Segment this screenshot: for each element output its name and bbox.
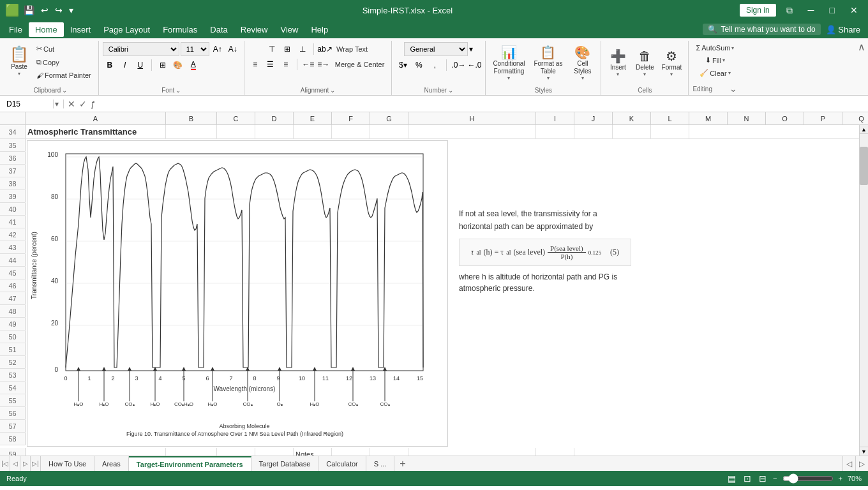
col-header-m[interactable]: M	[689, 112, 728, 124]
percent-button[interactable]: %	[412, 58, 426, 72]
cell-f34[interactable]	[332, 125, 370, 138]
vertical-scrollbar[interactable]: ▲ ▼	[859, 125, 868, 456]
redo-button[interactable]: ↪	[53, 4, 64, 16]
normal-view-button[interactable]: ▤	[726, 473, 737, 484]
col-header-q[interactable]: Q	[842, 112, 868, 124]
formula-input[interactable]	[100, 96, 868, 112]
cell-c34[interactable]	[217, 125, 255, 138]
cell-i59[interactable]	[536, 448, 574, 456]
menu-formulas[interactable]: Formulas	[156, 22, 204, 37]
menu-review[interactable]: Review	[234, 22, 274, 37]
zoom-slider[interactable]	[782, 473, 834, 484]
cut-button[interactable]: ✂ Cut	[33, 43, 94, 55]
format-cells-button[interactable]: ⚙ Format ▾	[659, 43, 684, 83]
clear-button[interactable]: 🧹 Clear ▾	[696, 67, 733, 79]
cell-h59[interactable]	[408, 448, 536, 456]
col-header-l[interactable]: L	[651, 112, 689, 124]
cell-i34[interactable]	[536, 125, 574, 138]
menu-data[interactable]: Data	[204, 22, 234, 37]
align-right-button[interactable]: ≡	[279, 57, 293, 71]
page-break-view-button[interactable]: ⊟	[758, 473, 768, 484]
font-size-increase-button[interactable]: A↑	[211, 42, 225, 56]
add-sheet-button[interactable]: +	[394, 456, 410, 471]
decimal-increase-button[interactable]: .0→	[451, 58, 465, 72]
col-header-c[interactable]: C	[217, 112, 255, 124]
align-center-button[interactable]: ☰	[264, 57, 278, 71]
tab-target-environment-parameters[interactable]: Target-Environment Parameters	[129, 456, 251, 471]
col-header-n[interactable]: N	[728, 112, 766, 124]
col-header-k[interactable]: K	[613, 112, 651, 124]
col-header-d[interactable]: D	[255, 112, 294, 124]
merge-center-button[interactable]: Merge & Center	[332, 57, 388, 71]
cell-d34[interactable]	[255, 125, 294, 138]
ribbon-search[interactable]: 🔍 Tell me what you want to do	[703, 24, 821, 35]
cell-d59[interactable]	[255, 448, 294, 456]
menu-insert[interactable]: Insert	[64, 22, 98, 37]
tab-next-button[interactable]: ▷	[20, 456, 31, 471]
cell-k34[interactable]	[613, 125, 651, 138]
cell-l34[interactable]	[651, 125, 689, 138]
delete-cells-button[interactable]: 🗑 Delete ▾	[632, 43, 657, 83]
copy-button[interactable]: ⧉ Copy	[33, 56, 94, 68]
align-bottom-button[interactable]: ⊥	[296, 42, 310, 56]
align-middle-button[interactable]: ⊞	[280, 42, 294, 56]
fill-color-button[interactable]: 🎨	[171, 58, 185, 72]
font-color-button[interactable]: A	[186, 58, 200, 72]
col-header-h[interactable]: H	[408, 112, 536, 124]
paste-button[interactable]: 📋 Paste ▾	[6, 42, 32, 82]
cell-b34[interactable]	[166, 125, 217, 138]
cell-g34[interactable]	[370, 125, 408, 138]
menu-view[interactable]: View	[274, 22, 304, 37]
cancel-formula-button[interactable]: ✕	[66, 99, 77, 109]
tab-calculator[interactable]: Calculator	[318, 456, 366, 471]
minimize-button[interactable]: ─	[803, 4, 819, 17]
indent-decrease-button[interactable]: ←≡	[301, 57, 315, 71]
number-format-dropdown[interactable]: ▾	[469, 45, 473, 54]
tab-areas[interactable]: Areas	[94, 456, 129, 471]
align-top-button[interactable]: ⊤	[265, 42, 279, 56]
conditional-formatting-button[interactable]: 📊 Conditional Formatting ▾	[490, 43, 528, 83]
col-header-i[interactable]: I	[536, 112, 574, 124]
currency-button[interactable]: $▾	[396, 58, 410, 72]
tab-s-more[interactable]: S ...	[366, 456, 395, 471]
cell-e34[interactable]	[294, 125, 332, 138]
quick-access-dropdown[interactable]: ▾	[67, 4, 75, 16]
col-header-a[interactable]: A	[26, 112, 166, 124]
comma-button[interactable]: ,	[428, 58, 442, 72]
font-expand-icon[interactable]: ⌄	[176, 87, 181, 94]
cell-e59[interactable]: Notes	[294, 448, 332, 456]
tab-scroll-left[interactable]: ◁	[842, 456, 855, 471]
col-header-b[interactable]: B	[166, 112, 217, 124]
format-as-table-button[interactable]: 📋 Format as Table ▾	[530, 43, 565, 83]
page-layout-view-button[interactable]: ⊡	[742, 473, 752, 484]
col-header-p[interactable]: P	[804, 112, 842, 124]
underline-button[interactable]: U	[133, 58, 147, 72]
format-painter-button[interactable]: 🖌 Format Painter	[33, 70, 94, 81]
wrap-text-button[interactable]: Wrap Text	[333, 42, 371, 56]
font-size-decrease-button[interactable]: A↓	[226, 42, 240, 56]
font-family-select[interactable]: Calibri	[103, 42, 179, 56]
col-header-e[interactable]: E	[294, 112, 332, 124]
tab-last-button[interactable]: ▷|	[31, 456, 41, 471]
indent-increase-button[interactable]: ≡→	[317, 57, 331, 71]
insert-function-button[interactable]: ƒ	[89, 99, 97, 109]
insert-cells-button[interactable]: ➕ Insert ▾	[605, 43, 631, 83]
col-header-f[interactable]: F	[332, 112, 370, 124]
cell-j34[interactable]	[574, 125, 613, 138]
confirm-formula-button[interactable]: ✓	[78, 99, 88, 109]
undo-button[interactable]: ↩	[39, 4, 50, 16]
scroll-down-button[interactable]: ▼	[860, 447, 868, 456]
cell-f59[interactable]	[332, 448, 370, 456]
menu-home[interactable]: Home	[29, 22, 64, 37]
tab-first-button[interactable]: |◁	[0, 456, 10, 471]
menu-help[interactable]: Help	[304, 22, 334, 37]
tab-target-database[interactable]: Target Database	[251, 456, 319, 471]
zoom-minus-icon[interactable]: −	[773, 475, 777, 482]
autosum-button[interactable]: Σ AutoSum ▾	[692, 42, 737, 54]
cell-a59[interactable]	[26, 448, 166, 456]
cell-b59[interactable]	[166, 448, 217, 456]
scroll-up-button[interactable]: ▲	[860, 125, 868, 134]
cell-a34[interactable]: Atmospheric Transmittance	[26, 125, 166, 138]
menu-page-layout[interactable]: Page Layout	[97, 22, 156, 37]
orientation-button[interactable]: ab↗	[318, 42, 332, 56]
